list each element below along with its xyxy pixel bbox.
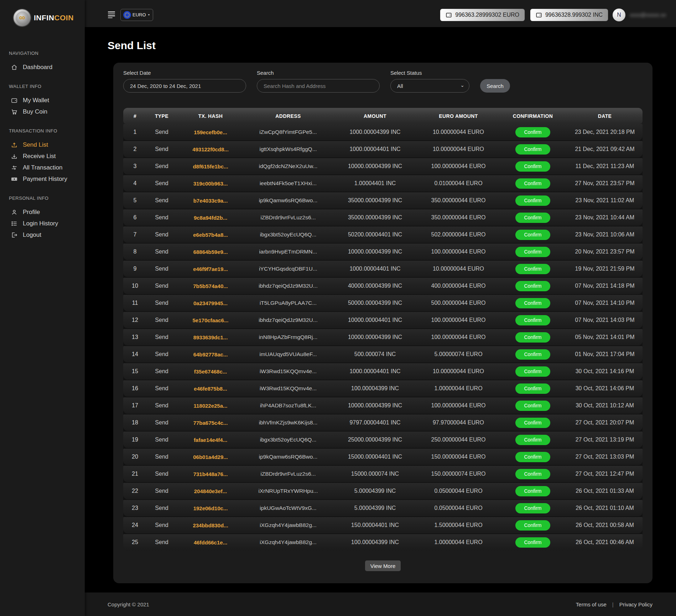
confirm-button[interactable]: Confirm [515, 298, 550, 308]
sidebar-item-login-history[interactable]: Login History [0, 218, 85, 229]
row-type: Send [147, 368, 177, 375]
confirm-button[interactable]: Confirm [515, 537, 550, 548]
row-number: 1 [123, 129, 147, 135]
sidebar-item-payment-history[interactable]: Payment History [0, 173, 85, 185]
sidebar-item-receive-list[interactable]: Receive List [0, 151, 85, 162]
confirm-button[interactable]: Confirm [515, 469, 550, 479]
sidebar-item-send-list[interactable]: Send List [0, 139, 85, 151]
row-tx-hash[interactable]: 64b92778ac... [177, 351, 244, 357]
sidebar-item-profile[interactable]: Profile [0, 207, 85, 218]
brand[interactable]: ∞ INFINCOIN [0, 0, 85, 26]
confirm-button[interactable]: Confirm [515, 161, 550, 172]
row-tx-hash[interactable]: 8933639dc1... [177, 334, 244, 340]
row-tx-hash[interactable]: 319c00b963... [177, 181, 244, 187]
confirm-button[interactable]: Confirm [515, 178, 550, 189]
row-tx-hash[interactable]: 118022e25a... [177, 403, 244, 409]
confirm-button[interactable]: Confirm [515, 332, 550, 343]
sidebar-item-label: Buy Coin [23, 108, 47, 115]
confirm-button[interactable]: Confirm [515, 195, 550, 206]
privacy-link[interactable]: Privacy Policy [619, 601, 652, 607]
row-tx-hash[interactable]: 77ba675c4c... [177, 420, 244, 426]
search-button[interactable]: Search [480, 79, 510, 93]
row-tx-hash[interactable]: 06b01a4d29... [177, 454, 244, 460]
copyright-text: Copyright © 2021 [108, 601, 149, 607]
row-euro-amount: 0.05000044 EURO [418, 505, 499, 511]
row-address: iarbn9HvpETmDRMN... [244, 249, 332, 255]
row-tx-hash[interactable]: 5e170cfaac6... [177, 317, 244, 323]
table-row: 15 Send f35e67468c... iW3Rwd15KQQmv4e...… [123, 363, 643, 380]
confirm-button[interactable]: Confirm [515, 213, 550, 223]
confirm-button[interactable]: Confirm [515, 452, 550, 462]
row-tx-hash[interactable]: e46fe875b8... [177, 386, 244, 392]
row-tx-hash[interactable]: fafae14e4f4... [177, 437, 244, 443]
row-type: Send [147, 163, 177, 169]
row-tx-hash[interactable]: f35e67468c... [177, 369, 244, 375]
row-date: 26 Oct, 2021 00:46 AM [567, 539, 643, 545]
select-date-label: Select Date [123, 70, 246, 76]
row-type: Send [147, 419, 177, 426]
row-tx-hash[interactable]: 192e06d10c... [177, 505, 244, 511]
row-type: Send [147, 317, 177, 323]
row-euro-amount: 5.00000074 EURO [418, 351, 499, 357]
row-tx-hash[interactable]: 204840e3ef... [177, 488, 244, 494]
row-type: Send [147, 231, 177, 238]
currency-dropdown[interactable]: EURO ▼ [120, 9, 153, 21]
row-tx-hash[interactable]: 234bbd830d... [177, 522, 244, 528]
confirm-button[interactable]: Confirm [515, 401, 550, 411]
euro-balance-button[interactable]: 996363.28999302 EURO [440, 9, 525, 21]
row-tx-hash[interactable]: e46f9f7ae19... [177, 266, 244, 272]
row-tx-hash[interactable]: d8f615fe1bc... [177, 163, 244, 169]
confirm-button[interactable]: Confirm [515, 247, 550, 257]
status-select[interactable]: All [390, 79, 469, 93]
row-address: iZwCpQ8fYimtFGPe5... [244, 129, 332, 135]
confirm-button[interactable]: Confirm [515, 486, 550, 496]
row-tx-hash[interactable]: 9c8a94fd2b... [177, 215, 244, 221]
inc-balance-button[interactable]: 99636328.999302 INC [530, 9, 608, 21]
confirm-button[interactable]: Confirm [515, 230, 550, 240]
confirm-button[interactable]: Confirm [515, 264, 550, 274]
confirm-button[interactable]: Confirm [515, 383, 550, 394]
row-number: 10 [123, 283, 147, 289]
sidebar-item-label: Receive List [23, 153, 56, 160]
confirm-button[interactable]: Confirm [515, 315, 550, 325]
sidebar-item-label: Profile [23, 209, 40, 216]
row-tx-hash[interactable]: 7b5b574a40... [177, 283, 244, 289]
confirm-button[interactable]: Confirm [515, 418, 550, 428]
confirm-button[interactable]: Confirm [515, 144, 550, 155]
sidebar-item-dashboard[interactable]: Dashboard [0, 62, 85, 73]
confirm-button[interactable]: Confirm [515, 281, 550, 291]
confirm-button[interactable]: Confirm [515, 349, 550, 360]
confirm-button[interactable]: Confirm [515, 520, 550, 531]
row-amount: 15000.000074 INC [332, 471, 418, 477]
terms-link[interactable]: Terms of use [576, 601, 607, 607]
sidebar-item-logout[interactable]: Logout [0, 229, 85, 241]
confirm-button[interactable]: Confirm [515, 503, 550, 513]
row-type: Send [147, 214, 177, 221]
sidebar-item-all-transaction[interactable]: All Transaction [0, 162, 85, 173]
sidebar-item-buy-coin[interactable]: Buy Coin [0, 106, 85, 118]
row-tx-hash[interactable]: 493122f0cd8... [177, 146, 244, 152]
confirm-button[interactable]: Confirm [515, 435, 550, 445]
sidebar-item-my-wallet[interactable]: My Wallet [0, 95, 85, 106]
search-input[interactable] [257, 79, 380, 93]
date-range-input[interactable] [123, 79, 246, 93]
sidebar-section-label: NAVIGATION [9, 51, 85, 56]
row-tx-hash[interactable]: e6eb57b4a8... [177, 232, 244, 238]
row-address: iW3Rwd15KQQmv4e... [244, 368, 332, 375]
row-tx-hash[interactable]: 68864b59e9... [177, 249, 244, 255]
row-tx-hash[interactable]: 46fdd66c1e... [177, 539, 244, 545]
avatar[interactable]: N [613, 9, 625, 21]
row-address: iYCYHGqsdcqDBF1U... [244, 266, 332, 272]
row-tx-hash[interactable]: 0a23479945... [177, 300, 244, 306]
row-tx-hash[interactable]: b7e4033c9a... [177, 198, 244, 204]
row-tx-hash[interactable]: 159ecefb0e... [177, 129, 244, 135]
view-more-button[interactable]: View More [365, 560, 401, 571]
table-row: 20 Send 06b01a4d29... ip9kQamw6sRQ6Bwo..… [123, 449, 643, 465]
row-address: ip9kQamw6sRQ6Bwo... [244, 197, 332, 204]
confirm-button[interactable]: Confirm [515, 127, 550, 137]
confirm-button[interactable]: Confirm [515, 366, 550, 377]
table-row: 12 Send 5e170cfaac6... ibhdz7qeiQdJz9M32… [123, 312, 643, 328]
row-tx-hash[interactable]: 731b448a76... [177, 471, 244, 477]
row-address: ibgx3bt52oyEcUQ6Q... [244, 437, 332, 443]
hamburger-menu-icon[interactable] [108, 11, 115, 18]
